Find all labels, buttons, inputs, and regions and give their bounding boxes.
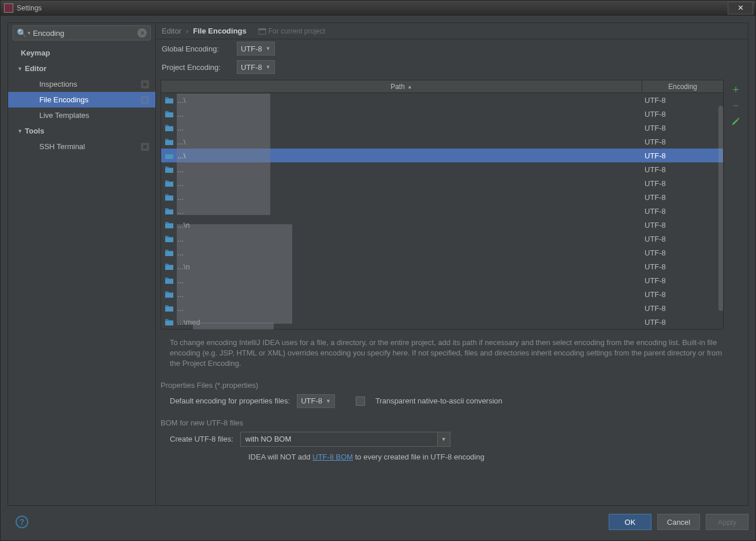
folder-icon [165, 165, 174, 173]
svg-rect-7 [259, 28, 266, 30]
column-path[interactable]: Path▲ [161, 80, 642, 92]
folder-icon [165, 193, 174, 201]
sidebar-item-keymap[interactable]: Keymap [8, 45, 155, 61]
default-encoding-label: Default encoding for properties files: [170, 397, 290, 405]
breadcrumb-current: File Encodings [193, 27, 246, 35]
svg-rect-18 [165, 238, 173, 242]
svg-rect-24 [165, 321, 173, 325]
table-toolbar: ＋ － [724, 80, 748, 329]
bom-hint: IDEA will NOT add UTF-8 BOM to every cre… [156, 449, 748, 464]
search-input[interactable] [33, 29, 137, 38]
app-icon [4, 3, 13, 13]
folder-icon [165, 207, 174, 215]
properties-section-title: Properties Files (*.properties) [156, 373, 748, 392]
apply-button[interactable]: Apply [706, 514, 748, 530]
folder-icon [165, 110, 174, 118]
transparent-checkbox[interactable] [356, 397, 365, 406]
svg-rect-10 [165, 127, 173, 131]
title-bar[interactable]: Settings ✕ [1, 1, 755, 16]
svg-rect-21 [165, 279, 173, 284]
svg-rect-3 [143, 98, 147, 102]
settings-tree: KeymapEditorInspectionsFile EncodingsLiv… [8, 45, 155, 154]
scrollbar[interactable] [718, 106, 723, 329]
svg-rect-1 [143, 82, 147, 87]
remove-button[interactable]: － [729, 97, 743, 113]
bom-link[interactable]: UTF-8 BOM [312, 453, 353, 461]
chevron-down-icon: ▼ [266, 64, 271, 70]
svg-rect-20 [165, 265, 173, 270]
svg-rect-12 [165, 154, 173, 159]
edit-button[interactable] [729, 113, 743, 129]
folder-icon [165, 179, 174, 187]
close-button[interactable]: ✕ [728, 2, 753, 14]
folder-icon [165, 221, 174, 229]
folder-icon [165, 290, 174, 298]
encodings-table[interactable]: Path▲ Encoding ...\UTF-8...UTF-8...UTF-8… [161, 80, 724, 329]
svg-rect-5 [143, 144, 147, 149]
svg-rect-15 [165, 196, 173, 201]
svg-rect-8 [165, 99, 173, 103]
cancel-button[interactable]: Cancel [657, 514, 700, 530]
clear-search-icon[interactable]: ✕ [137, 28, 147, 38]
table-header[interactable]: Path▲ Encoding [161, 80, 723, 93]
create-utf8-combo[interactable]: with NO BOM ▼ [240, 432, 450, 447]
breadcrumb: Editor › File Encodings For current proj… [156, 23, 748, 39]
svg-rect-11 [165, 140, 173, 145]
svg-rect-16 [165, 210, 173, 214]
search-dropdown-icon[interactable]: ▾ [28, 30, 31, 36]
column-encoding[interactable]: Encoding [642, 80, 723, 92]
search-icon: 🔍 [17, 28, 27, 38]
transparent-label: Transparent native-to-ascii conversion [375, 397, 502, 405]
window-title: Settings [17, 4, 42, 12]
add-button[interactable]: ＋ [729, 81, 743, 97]
sidebar-item-ssh-terminal[interactable]: SSH Terminal [8, 139, 155, 154]
folder-icon [165, 124, 174, 132]
project-scope-icon [140, 142, 150, 151]
svg-rect-14 [165, 182, 173, 187]
folder-icon [165, 96, 174, 104]
sidebar-item-file-encodings[interactable]: File Encodings [8, 92, 155, 108]
folder-icon [165, 138, 174, 146]
folder-icon [165, 249, 174, 257]
chevron-down-icon: ▼ [437, 432, 450, 446]
sidebar-item-inspections[interactable]: Inspections [8, 76, 155, 92]
svg-rect-19 [165, 251, 173, 256]
chevron-down-icon: ▼ [266, 46, 271, 51]
project-encoding-label: Project Encoding: [162, 63, 237, 72]
settings-window: Settings ✕ 🔍 ▾ ✕ KeymapEditorInspections… [0, 0, 756, 541]
global-encoding-label: Global Encoding: [162, 45, 237, 53]
sidebar-item-live-templates[interactable]: Live Templates [8, 108, 155, 123]
sidebar: 🔍 ▾ ✕ KeymapEditorInspectionsFile Encodi… [8, 23, 156, 505]
project-scope-icon [140, 80, 150, 89]
global-encoding-combo[interactable]: UTF-8▼ [237, 42, 275, 55]
main-panel: Editor › File Encodings For current proj… [156, 23, 748, 505]
folder-icon [165, 235, 174, 243]
folder-icon [165, 304, 174, 312]
folder-icon [165, 276, 174, 284]
project-scope-icon [140, 95, 150, 105]
create-utf8-label: Create UTF-8 files: [170, 435, 233, 443]
folder-icon [165, 318, 174, 326]
folder-icon [165, 262, 174, 270]
scope-label: For current project [258, 27, 325, 35]
project-encoding-combo[interactable]: UTF-8▼ [237, 60, 275, 74]
bom-section-title: BOM for new UTF-8 files [156, 410, 748, 429]
svg-rect-13 [165, 168, 173, 173]
svg-rect-9 [165, 113, 173, 117]
folder-icon [165, 151, 174, 160]
description-text: To change encoding IntelliJ IDEA uses fo… [156, 329, 748, 373]
svg-rect-23 [165, 307, 173, 312]
default-encoding-combo[interactable]: UTF-8▼ [297, 394, 335, 408]
sidebar-item-editor[interactable]: Editor [8, 61, 155, 76]
help-button[interactable]: ? [16, 516, 28, 528]
search-box[interactable]: 🔍 ▾ ✕ [13, 25, 151, 40]
svg-rect-17 [165, 224, 173, 228]
sidebar-item-tools[interactable]: Tools [8, 123, 155, 139]
dialog-footer: ? OK Cancel Apply [8, 509, 748, 535]
chevron-right-icon: › [186, 27, 188, 35]
ok-button[interactable]: OK [609, 514, 651, 530]
chevron-down-icon: ▼ [326, 398, 331, 404]
breadcrumb-parent[interactable]: Editor [162, 27, 181, 35]
svg-rect-22 [165, 293, 173, 298]
